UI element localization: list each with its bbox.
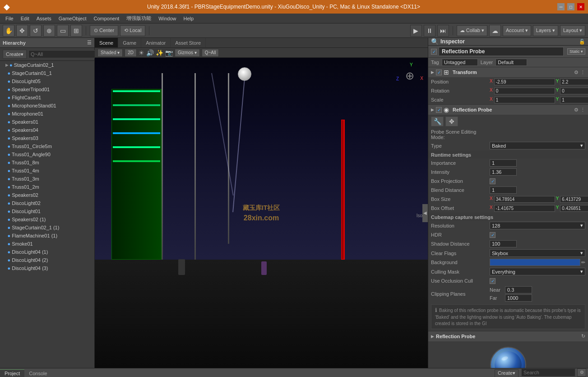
rotation-x-field[interactable] [494,88,555,94]
rp-settings-icon[interactable]: ⚙ [574,107,579,113]
list-item[interactable]: ● MicrophoneStand01 [0,102,94,110]
list-item[interactable]: ● DiscoLight04 (2) [0,256,94,264]
box-size-y-field[interactable] [560,196,588,203]
layer-dropdown[interactable]: Default [495,59,527,66]
animator-tab[interactable]: Animator [141,38,171,47]
near-clipping-field[interactable] [505,286,532,293]
list-item[interactable]: ● Speakers02 (1) [0,215,94,223]
list-item[interactable]: ● DiscoLight05 [0,77,94,85]
2d-button[interactable]: 2D [125,49,137,57]
scale-y-field[interactable] [560,97,588,103]
hierarchy-search-input[interactable] [28,50,95,58]
menu-file[interactable]: File [2,15,17,22]
hierarchy-menu-icon[interactable]: ☰ [87,40,92,46]
asset-store-tab[interactable]: Asset Store [171,38,206,47]
collab-button[interactable]: ☁ Collab ▾ [457,25,487,36]
transform-menu-icon[interactable]: ⋮ [580,70,585,75]
list-item[interactable]: ● Speakers03 [0,134,94,142]
rp-preview-refresh-icon[interactable]: ↻ [581,333,585,339]
background-picker-icon[interactable]: ✏ [581,260,585,265]
list-item[interactable]: ● SpeakerTripod01 [0,85,94,93]
list-item[interactable]: ● Speakers04 [0,126,94,134]
transform-settings-icon[interactable]: ⚙ [574,70,579,75]
list-item[interactable]: ● DiscoLight01 [0,207,94,215]
clear-flags-dropdown[interactable]: Skybox▾ [490,249,585,257]
object-active-checkbox[interactable] [431,49,437,55]
reflection-probe-header[interactable]: ▶ ◉ Reflection Probe ⚙ ⋮ [428,105,588,115]
scene-search[interactable]: Q~All [202,49,219,57]
menu-edit[interactable]: Edit [17,15,33,22]
scene-tab[interactable]: Scene [95,38,118,47]
minimize-button[interactable]: ─ [557,3,565,10]
probe-edit-button[interactable]: 🔧 [431,116,444,126]
list-item[interactable]: ● FlameMachine01 (1) [0,232,94,240]
menu-help[interactable]: Help [180,15,197,22]
menu-gameobject[interactable]: GameObject [55,15,90,22]
scale-tool-button[interactable]: ⊕ [43,25,55,37]
console-tab[interactable]: Console [24,370,51,377]
resize-handle[interactable]: ◀ [422,204,428,222]
static-dropdown[interactable]: Static ▾ [567,48,585,55]
transform-active-checkbox[interactable] [436,70,442,75]
cloud-button[interactable]: ☁ [489,25,501,37]
list-item[interactable]: ● Speakers01 [0,118,94,126]
play-button[interactable]: ▶ [410,25,422,37]
maximize-button[interactable]: □ [567,3,574,10]
list-item[interactable]: ● Truss01_3m [0,175,94,183]
tag-dropdown[interactable]: Untagged [442,59,478,66]
list-item[interactable]: ● Microphone01 [0,110,94,118]
transform-tool-button[interactable]: ⊞ [70,25,82,37]
list-item[interactable]: ● Truss01_8m [0,158,94,167]
box-offset-x-field[interactable] [494,205,555,212]
project-create-button[interactable]: Create▾ [495,369,519,377]
scene-view[interactable]: 藏玉库IT社区 28xin.com ⊕ X Y Z Iso ◀ [95,58,428,368]
importance-field[interactable] [490,159,517,167]
menu-component[interactable]: Component [90,15,123,22]
list-item[interactable]: ● StageCurtain02_1 (1) [0,223,94,232]
list-item[interactable]: ● Truss01_4m [0,167,94,175]
list-item[interactable]: ● FlightCase01 [0,93,94,102]
shadow-distance-field[interactable] [490,240,517,247]
hdr-checkbox[interactable] [490,232,495,238]
list-item[interactable]: ● Smoke01 [0,240,94,248]
project-search-input[interactable] [521,368,575,377]
layout-button[interactable]: Layout ▾ [560,25,585,36]
occlusion-cull-checkbox[interactable] [490,278,495,284]
step-button[interactable]: ⏭ [437,25,449,37]
probe-move-button[interactable]: ✥ [445,116,458,126]
list-item[interactable]: ● Speakers02 [0,191,94,199]
layers-button[interactable]: Layers ▾ [533,25,558,36]
box-size-x-field[interactable] [494,196,555,203]
project-filter-button[interactable]: ⚙ [577,368,586,377]
list-item[interactable]: ● Truss01_Angle90 [0,150,94,158]
list-item[interactable]: ● DiscoLight04 (3) [0,264,94,272]
list-item[interactable]: ▶● StageCurtain02_1 [0,61,94,69]
menu-enhanced[interactable]: 增强版功能 [123,14,155,23]
box-projection-checkbox[interactable] [490,178,495,184]
rp-active-checkbox[interactable] [436,107,442,113]
gizmos-button[interactable]: Gizmos ▾ [175,49,200,57]
pause-button[interactable]: ⏸ [424,25,435,37]
hand-tool-button[interactable]: ✋ [3,25,14,37]
rotate-tool-button[interactable]: ↺ [30,25,42,37]
project-tab[interactable]: Project [0,369,24,377]
intensity-field[interactable] [490,168,517,176]
list-item[interactable]: ● Truss01_2m [0,183,94,191]
game-tab[interactable]: Game [118,38,141,47]
hierarchy-create-button[interactable]: Create▾ [3,50,27,59]
probe-type-dropdown[interactable]: Baked▾ [490,142,585,149]
inspector-lock-icon[interactable]: 🔓 [579,39,585,45]
shading-button[interactable]: Shaded ▾ [97,49,123,57]
account-button[interactable]: Account ▾ [503,25,531,36]
list-item[interactable]: ● Truss01_Circle5m [0,142,94,150]
list-item[interactable]: ● StageCurtain01_1 [0,69,94,77]
position-x-field[interactable] [494,79,555,85]
list-item[interactable]: ● DiscoLight02 [0,199,94,207]
menu-assets[interactable]: Assets [33,15,55,22]
resolution-dropdown[interactable]: 128▾ [490,222,585,229]
object-name-field[interactable]: Reflection Probe [439,47,564,56]
rp-preview-header[interactable]: ▶ Reflection Probe ↻ [428,331,588,341]
blend-distance-field[interactable] [490,186,517,194]
position-y-field[interactable] [560,79,588,85]
scale-x-field[interactable] [494,97,555,103]
